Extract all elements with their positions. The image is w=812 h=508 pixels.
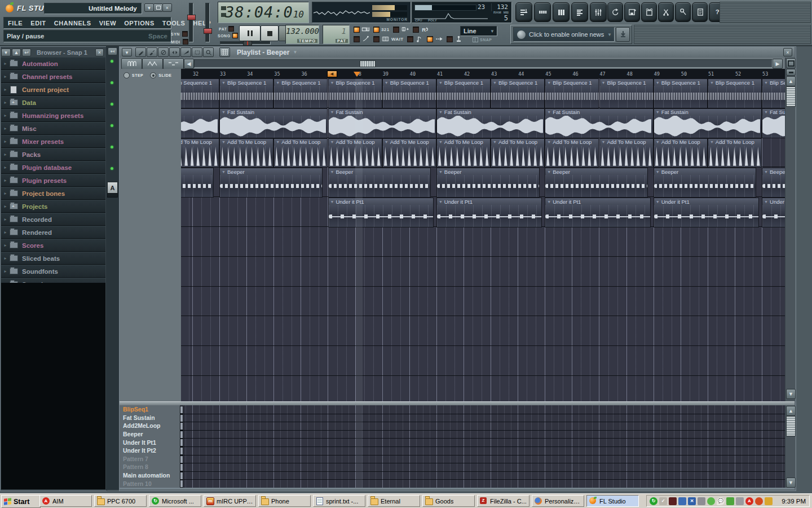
vscroll-thumb[interactable] [786,86,796,107]
clip-area[interactable]: ▼Blip Sequence 1▼Blip Sequence 1▼Blip Se… [181,78,790,401]
browser-toggle-button[interactable] [571,2,588,22]
pattern-clip-indicator[interactable] [180,406,183,414]
playlist-vscrollbar[interactable]: ▲ ▼ [785,58,795,401]
playlist-grid[interactable]: 3233343536◀38394041424344454647484950515… [181,69,790,401]
pattern-lane[interactable] [180,438,790,447]
minimize-button[interactable]: ▾ [144,3,154,12]
menu-channels[interactable]: CHANNELS [50,20,95,27]
activesync-icon[interactable]: ↻ [650,497,657,505]
tempo-display[interactable]: 132.000 TEMPO [285,25,319,44]
snap-selector[interactable]: Line ▼ [460,26,497,36]
clip-add-to-me-loop[interactable]: ▼Add To Me Loop [382,138,436,168]
pattern-clip-indicator[interactable] [180,414,183,422]
pattern-clip-indicator[interactable] [180,431,183,439]
vscroll-up-button[interactable]: ▲ [786,76,796,86]
display-alert-icon[interactable] [669,497,677,505]
volume-icon[interactable] [698,497,705,505]
start-button[interactable]: Start [1,495,41,508]
clip-blip-sequence-1[interactable]: ▼Blip Sequence 1 [382,78,436,108]
pause-button[interactable] [239,25,261,41]
loop-marker-icon[interactable]: ◀ [327,71,337,77]
aim-tray-icon[interactable]: A [745,497,753,505]
playlist-hscrollbar[interactable] [194,59,773,68]
browser-item-misc[interactable]: ▸Misc [1,122,105,135]
browser-item-project-bones[interactable]: ▸Project bones [1,187,105,200]
menu-view[interactable]: VIEW [95,20,121,27]
recall-toggle[interactable]: R [413,25,429,33]
browser-item-plugin-presets[interactable]: ▸Plugin presets [1,174,105,187]
undo-button[interactable] [607,2,623,22]
zoom-tool-button[interactable] [203,47,214,57]
menu-options[interactable]: OPTIONS [120,20,158,27]
restore-button[interactable] [153,3,163,12]
pattern-row-pattern-8[interactable]: Pattern 8 [120,463,180,471]
task-ppc-6700[interactable]: PPC 6700 [94,495,147,507]
browser-back-button[interactable]: ↩ [22,49,31,56]
pattern-row-under-it-pt2[interactable]: Under It Pt2 [120,446,180,455]
browser-item-mixer-presets[interactable]: ▸Mixer presets [1,135,105,148]
pattern-row-pattern-7[interactable]: Pattern 7 [120,455,180,463]
browser-item-scores[interactable]: ▸Scores [1,239,105,252]
delete-tool-button[interactable] [158,47,169,57]
playlist-close-icon[interactable]: × [783,48,792,56]
browser-item-automation[interactable]: ▸Automation [1,57,105,70]
strip-a-button[interactable]: A [107,182,118,194]
pattern-lane[interactable] [180,430,790,439]
song-mode-led[interactable] [232,33,238,38]
input-device-icon[interactable] [736,497,744,505]
tab-pattern-clips[interactable] [121,58,142,69]
pitch-slider-handle[interactable] [204,28,212,34]
pattern-grid[interactable] [180,405,790,488]
piano-roll-toggle-button[interactable] [553,2,570,22]
pattern-lane[interactable] [180,471,790,480]
download-icon[interactable] [726,497,734,505]
clip-blip-sequence-1[interactable]: ▼Blip Sequence 1 [436,78,491,108]
browser-item-channel-presets[interactable]: ▸Channel presets [1,70,105,83]
browser-item-data[interactable]: ▸+Data [1,96,105,109]
hscroll-thumb[interactable] [360,60,376,67]
vscroll-down-button[interactable]: ▼ [786,389,796,399]
browser-item-humanizing-presets[interactable]: ▸Humanizing presets [1,109,105,122]
shuffle-slider[interactable] [220,41,271,45]
clip-fat-sustain[interactable]: ▼Fat Sustain [545,108,653,138]
menu-tools[interactable]: TOOLS [158,20,189,27]
loop-record-toggle[interactable] [393,25,409,33]
task-microsoft[interactable]: ↻Microsoft ... [149,495,201,507]
tab-audio-clips[interactable] [142,58,163,69]
shuffle-handle[interactable] [243,41,252,46]
pattern-row-beeper[interactable]: Beeper [120,430,180,439]
clip-beeper[interactable]: ▼Beeper [328,168,431,198]
clip-fat-sustain[interactable]: ▼Fat Sustain [654,108,762,138]
clip-add-to-me-loop[interactable]: ▼Add To Me Loop [219,138,273,168]
save-new-button[interactable] [624,2,640,22]
stop-button[interactable] [261,25,279,41]
pat-mode-led[interactable] [228,26,234,32]
slip-tool-button[interactable] [169,47,180,57]
clip-beeper[interactable]: ▼Beeper [181,168,214,198]
news-bar[interactable]: Click to enable online news ▼ [510,25,632,44]
clip-blip-sequence-1[interactable]: ▼Blip Sequence 1 [545,78,599,108]
multilink-toggle-led[interactable] [447,36,453,42]
clip-add-to-me-loop[interactable]: ▼Add To Me Loop [708,138,762,168]
clip-under-it-pt1[interactable]: ▼Under it Pt1 [654,198,760,227]
typing-keyboard-toggle[interactable] [354,25,370,33]
grid-tool-button[interactable] [219,47,230,57]
scroll-right-button[interactable]: ▶ [773,59,783,69]
mixer-toggle-button[interactable] [590,2,607,22]
clip-beeper[interactable]: ▼Beeper [436,168,540,198]
task-eternal[interactable]: Eternal [368,495,420,507]
pattern-scroll-up[interactable]: ▲ [786,406,796,416]
clip-beeper[interactable]: ▼Beeper [545,168,648,198]
notepad-button[interactable] [692,2,708,22]
task-goods[interactable]: Goods [422,495,475,507]
clip-under-it-pt1[interactable]: ▼Under it Pt1 [328,198,434,227]
wait-toggle-led[interactable] [373,36,379,42]
volume-slider-handle[interactable] [187,15,196,20]
overdub-toggle[interactable] [427,35,443,43]
tools-icon[interactable] [765,497,773,505]
recall-toggle-led[interactable] [413,27,419,33]
step-sequencer-toggle-button[interactable] [534,2,551,22]
task-sprint-txt[interactable]: sprint.txt -... [313,495,365,507]
pattern-row-add2meloop[interactable]: Add2MeLoop [120,422,180,430]
clip-blip-sequence-1[interactable]: ▼Blip Sequence 1 [491,78,545,108]
